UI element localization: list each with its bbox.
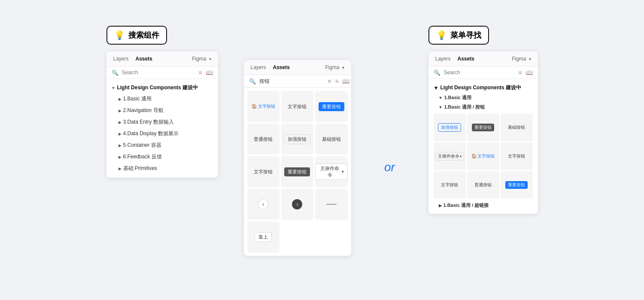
tree-item-5[interactable]: ▶ 5.Container 容器 xyxy=(106,139,218,151)
btn-basic: 基础按钮 xyxy=(322,136,341,142)
btn-main-action[interactable]: 主操作命令 ▾ xyxy=(435,152,464,161)
panel2-search-bar: 🔍 ✕ ≡ 📖 xyxy=(244,75,351,88)
panel3-chevron-icon[interactable]: ▾ xyxy=(529,57,531,61)
grid-cell-6[interactable]: 基础按钮 xyxy=(315,124,347,155)
panel2-header-right: Figma ▾ xyxy=(325,64,344,70)
search-icon3: 🔍 xyxy=(434,70,440,76)
btn-dash xyxy=(326,204,337,205)
grid-cell-9[interactable]: 主操作命令 ▾ xyxy=(315,156,347,187)
panel1-assets-tab[interactable]: Assets xyxy=(136,56,152,62)
btn-primary[interactable]: 重要按钮 xyxy=(319,102,344,111)
panel3-search-actions: ≡ 📖 xyxy=(518,69,532,76)
panel2-header-left: Layers Assets xyxy=(251,64,290,70)
section-menu-find: 💡 菜单寻找 Layers Assets Figma ▾ 🔍 ≡ xyxy=(428,26,538,214)
panel2-grid: 🏠 文字按钮 文字按钮 重要按钮 普通按钮 加强按钮 基础按钮 xyxy=(244,88,351,256)
tree-group-label: Light Design Components 建设中 xyxy=(117,84,198,91)
section-search-component: 💡 搜索组件 Layers Assets Figma ▾ 🔍 ≡ xyxy=(106,26,218,178)
menu-cell-2[interactable]: 重要按钮 xyxy=(467,114,499,141)
tree-item-4[interactable]: ▶ 4.Data Display 数据展示 xyxy=(106,128,218,139)
btn-text: 文字按钮 xyxy=(254,169,273,175)
btn-common: 普通按钮 xyxy=(474,182,492,188)
menu-cell-1[interactable]: 加强按钮 xyxy=(434,114,466,141)
panel2-figma-label: Figma xyxy=(325,64,339,70)
btn-circle[interactable]: ‹ xyxy=(258,199,268,209)
grid-cell-5[interactable]: 加强按钮 xyxy=(281,124,313,155)
grid-cell-8[interactable]: 重要按钮 xyxy=(281,156,313,187)
panel3-layers-tab[interactable]: Layers xyxy=(435,56,451,62)
tree-item-3[interactable]: ▶ 3.Data Entry 数据输入 xyxy=(106,116,218,128)
panel2-layers-tab[interactable]: Layers xyxy=(251,64,266,70)
btn-primary-sm[interactable]: 重要按钮 xyxy=(505,181,528,189)
btn-strengthen[interactable]: 加强按钮 xyxy=(438,123,461,132)
panel1-figma-label: Figma xyxy=(192,56,206,62)
btn-top[interactable]: 靠上 xyxy=(255,232,272,242)
menu-cell-6[interactable]: 文字按钮 xyxy=(501,142,533,170)
grid-cell-11[interactable]: ‹ xyxy=(281,189,313,220)
tree-item-2[interactable]: ▶ 2.Navigation 导航 xyxy=(106,105,218,116)
btn-circle-dark[interactable]: ‹ xyxy=(292,199,302,209)
menu-cell-9[interactable]: 重要按钮 xyxy=(501,171,533,199)
menu-tree-content: ▼ Light Design Components 建设中 ▼ 1.Basic … xyxy=(428,79,538,214)
list-icon3[interactable]: ≡ xyxy=(518,69,522,76)
menu-button-subgroup[interactable]: ▼ 1.Basic 通用 / 按钮 xyxy=(428,102,538,112)
btn-normal: 普通按钮 xyxy=(254,136,273,142)
tree-item-6[interactable]: ▶ 6.Feedback 反馈 xyxy=(106,151,218,163)
panel3-assets-tab[interactable]: Assets xyxy=(458,56,474,62)
main-group-arrow[interactable]: ▼ xyxy=(434,85,439,91)
panel2-search-input[interactable] xyxy=(259,78,324,84)
menu-buttons-grid: 加强按钮 重要按钮 基础按钮 主操作命令 ▾ 🏠 文字按钮 xyxy=(428,112,538,200)
btn-text-icon2: 🏠 文字按钮 xyxy=(471,153,495,159)
tree-group-arrow[interactable]: ▼ xyxy=(112,86,115,90)
menu-cell-7[interactable]: 文字按钮 xyxy=(434,171,466,199)
list-icon[interactable]: ≡ xyxy=(198,69,202,76)
btn-important[interactable]: 重要按钮 xyxy=(472,124,494,131)
book-icon3[interactable]: 📖 xyxy=(526,69,533,76)
grid-cell-13[interactable]: 靠上 xyxy=(247,221,279,252)
panel2-chevron-icon[interactable]: ▾ xyxy=(342,65,344,70)
btn-outline[interactable]: 加强按钮 xyxy=(284,134,310,144)
menu-basic-group[interactable]: ▼ 1.Basic 通用 xyxy=(428,93,538,102)
btn-foundation: 基础按钮 xyxy=(508,124,525,130)
menu-cell-5[interactable]: 🏠 文字按钮 xyxy=(467,142,499,170)
panel1-chevron-icon[interactable]: ▾ xyxy=(209,57,211,61)
search-icon: 🔍 xyxy=(112,70,118,76)
tree-item-7[interactable]: ▶ 基础 Primitives xyxy=(106,163,218,174)
section3-title: 菜单寻找 xyxy=(450,30,481,40)
grid-cell-10[interactable]: ‹ xyxy=(247,189,279,220)
book-icon[interactable]: 📖 xyxy=(206,69,213,76)
grid-cell-4[interactable]: 普通按钮 xyxy=(247,124,279,155)
panel1-layers-tab[interactable]: Layers xyxy=(113,56,129,62)
bulb-icon: 💡 xyxy=(114,30,125,40)
section-grid-search: Layers Assets Figma ▾ 🔍 ✕ ≡ 📖 xyxy=(244,26,351,256)
section3-label-bubble: 💡 菜单寻找 xyxy=(428,26,489,45)
panel1-search-input[interactable] xyxy=(122,70,195,76)
grid-cell-12[interactable] xyxy=(315,189,347,220)
panel2-assets-tab[interactable]: Assets xyxy=(273,64,290,70)
clear-icon[interactable]: ✕ xyxy=(327,78,332,85)
menu-cell-8[interactable]: 普通按钮 xyxy=(467,171,499,199)
panel3-search-input[interactable] xyxy=(444,70,515,76)
grid-cell-3[interactable]: 重要按钮 xyxy=(315,91,347,122)
section3-panel: Layers Assets Figma ▾ 🔍 ≡ 📖 xyxy=(428,52,538,214)
panel1-header-right: Figma ▾ xyxy=(192,56,211,62)
tree-group-header: ▼ Light Design Components 建设中 xyxy=(106,82,218,93)
panel3-search-bar: 🔍 ≡ 📖 xyxy=(428,67,538,79)
btn-plain: 文字按钮 xyxy=(288,103,307,110)
panel1-header: Layers Assets Figma ▾ xyxy=(106,52,218,67)
menu-cell-3[interactable]: 基础按钮 xyxy=(501,114,533,141)
menu-hyperlink-subgroup[interactable]: ▶ 1.Basic 通用 / 超链接 xyxy=(428,200,538,210)
panel2-header: Layers Assets Figma ▾ xyxy=(244,60,351,75)
btn-text3: 文字按钮 xyxy=(441,182,458,188)
list-icon2[interactable]: ≡ xyxy=(335,78,339,85)
grid-cell-2[interactable]: 文字按钮 xyxy=(281,91,313,122)
tree-item-1[interactable]: ▶ 1.Basic 通用 xyxy=(106,93,218,105)
book-icon2[interactable]: 📖 xyxy=(342,78,349,85)
section2-panel: Layers Assets Figma ▾ 🔍 ✕ ≡ 📖 xyxy=(244,60,351,256)
btn-text-icon: 🏠 文字按钮 xyxy=(252,103,275,109)
btn-dropdown[interactable]: 主操作命令 ▾ xyxy=(315,164,347,180)
grid-cell-1[interactable]: 🏠 文字按钮 xyxy=(247,91,279,122)
btn-text2: 文字按钮 xyxy=(508,153,525,159)
menu-cell-4[interactable]: 主操作命令 ▾ xyxy=(434,142,466,170)
btn-dark[interactable]: 重要按钮 xyxy=(284,167,310,176)
grid-cell-7[interactable]: 文字按钮 xyxy=(247,156,279,187)
